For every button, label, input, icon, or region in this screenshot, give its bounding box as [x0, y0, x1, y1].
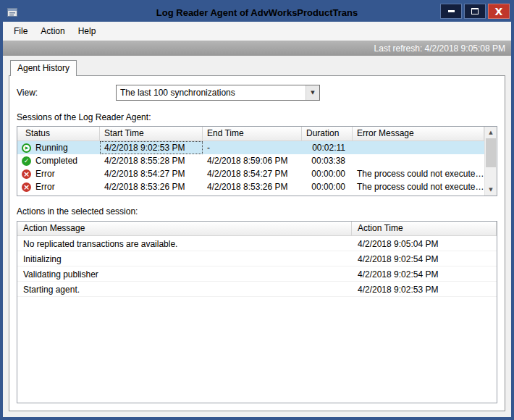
tab-agent-history[interactable]: Agent History [10, 60, 77, 76]
titlebar: Log Reader Agent of AdvWorksProductTrans… [3, 3, 511, 22]
session-row[interactable]: Completed 4/2/2018 8:55:28 PM 4/2/2018 8… [17, 154, 484, 167]
actions-caption: Actions in the selected session: [17, 206, 497, 217]
session-status-text: Running [35, 141, 68, 154]
menu-help[interactable]: Help [72, 23, 103, 39]
action-row[interactable]: Initializing 4/2/2018 9:02:54 PM [17, 251, 497, 266]
minimize-button[interactable] [440, 4, 462, 19]
sessions-caption: Sessions of the Log Reader Agent: [17, 112, 497, 122]
session-status-text: Error [35, 180, 55, 193]
session-error-message [353, 154, 484, 167]
session-start-time: 4/2/2018 8:55:28 PM [100, 154, 203, 167]
error-icon [22, 169, 31, 179]
session-end-time: 4/2/2018 8:54:27 PM [203, 167, 302, 180]
agent-history-panel: View: The last 100 synchronizations ▼ Se… [9, 75, 505, 411]
view-dropdown-value: The last 100 synchronizations [120, 88, 235, 98]
session-error-message [353, 141, 484, 154]
session-status-text: Error [35, 167, 55, 180]
error-icon [22, 182, 31, 192]
column-header-start-time[interactable]: Start Time [100, 127, 203, 140]
session-end-time: 4/2/2018 8:53:26 PM [203, 180, 302, 193]
session-status-cell: Error [17, 180, 100, 193]
scrollbar-thumb[interactable] [486, 138, 496, 167]
session-status-text: Completed [35, 154, 77, 167]
scroll-down-icon[interactable]: ▼ [485, 184, 497, 196]
action-row[interactable]: Starting agent. 4/2/2018 9:02:53 PM [17, 282, 497, 297]
column-header-error-message[interactable]: Error Message [353, 127, 484, 140]
refresh-status-bar: Last refresh: 4/2/2018 9:05:08 PM [3, 41, 511, 56]
column-header-action-time[interactable]: Action Time [352, 222, 497, 235]
session-end-time: 4/2/2018 8:59:06 PM [203, 154, 302, 167]
session-start-time: 4/2/2018 8:53:26 PM [100, 180, 203, 193]
scroll-up-icon[interactable]: ▲ [485, 127, 497, 138]
session-start-time: 4/2/2018 9:02:53 PM [100, 141, 203, 154]
maximize-icon [471, 8, 479, 14]
action-time: 4/2/2018 9:02:54 PM [352, 267, 497, 280]
session-row[interactable]: Error 4/2/2018 8:54:27 PM 4/2/2018 8:54:… [17, 167, 484, 180]
column-header-duration[interactable]: Duration [302, 127, 353, 140]
sessions-header-row: Status Start Time End Time Duration Erro… [17, 127, 484, 141]
close-button[interactable]: X [488, 4, 510, 19]
view-dropdown[interactable]: The last 100 synchronizations ▼ [116, 85, 320, 101]
view-label: View: [17, 88, 116, 98]
column-header-status[interactable]: Status [17, 127, 100, 140]
action-time: 4/2/2018 9:02:54 PM [352, 252, 497, 265]
chevron-down-icon[interactable]: ▼ [306, 85, 319, 100]
last-refresh-text: Last refresh: 4/2/2018 9:05:08 PM [374, 43, 505, 54]
view-row: View: The last 100 synchronizations ▼ [17, 85, 497, 101]
column-header-action-message[interactable]: Action Message [17, 222, 352, 235]
action-row[interactable]: No replicated transactions are available… [17, 236, 497, 251]
caption-buttons: X [440, 4, 510, 19]
actions-header-row: Action Message Action Time [17, 222, 497, 236]
close-icon: X [495, 7, 503, 17]
action-time: 4/2/2018 9:02:53 PM [352, 282, 497, 295]
session-status-cell: Completed [17, 154, 100, 167]
sessions-grid: Status Start Time End Time Duration Erro… [17, 127, 484, 196]
menu-bar: File Action Help [3, 22, 511, 41]
window-title: Log Reader Agent of AdvWorksProductTrans [3, 7, 511, 18]
sessions-table: Status Start Time End Time Duration Erro… [17, 126, 497, 196]
completed-icon [22, 156, 31, 166]
tab-strip: Agent History [9, 60, 505, 75]
menu-action[interactable]: Action [34, 23, 71, 39]
action-message: Starting agent. [17, 282, 352, 295]
session-duration: 00:00:00 [302, 180, 353, 193]
action-message: Validating publisher [17, 267, 352, 280]
session-error-message: The process could not execute '... [353, 167, 484, 180]
running-icon [22, 143, 31, 153]
action-time: 4/2/2018 9:05:04 PM [352, 237, 497, 250]
content-area: Agent History View: The last 100 synchro… [3, 56, 511, 417]
session-duration: 00:03:38 [302, 154, 353, 167]
log-reader-agent-window: Log Reader Agent of AdvWorksProductTrans… [0, 0, 514, 420]
session-status-cell: Error [17, 167, 100, 180]
session-status-cell: Running [17, 141, 100, 154]
session-duration: 00:00:00 [302, 167, 353, 180]
action-message: No replicated transactions are available… [17, 237, 352, 250]
action-message: Initializing [17, 252, 352, 265]
column-header-end-time[interactable]: End Time [203, 127, 302, 140]
system-menu-icon[interactable] [6, 7, 19, 18]
action-row[interactable]: Validating publisher 4/2/2018 9:02:54 PM [17, 266, 497, 282]
menu-file[interactable]: File [7, 23, 34, 39]
session-end-time: - [203, 141, 302, 154]
actions-table: Action Message Action Time No replicated… [17, 221, 497, 403]
session-row[interactable]: Error 4/2/2018 8:53:26 PM 4/2/2018 8:53:… [17, 180, 484, 193]
session-duration: 00:02:11 [302, 141, 353, 154]
maximize-button[interactable] [464, 4, 486, 19]
session-error-message: The process could not execute '... [353, 180, 484, 193]
sessions-scrollbar[interactable]: ▲ ▼ [484, 127, 497, 196]
session-row[interactable]: Running 4/2/2018 9:02:53 PM - 00:02:11 [17, 141, 484, 154]
session-start-time: 4/2/2018 8:54:27 PM [100, 167, 203, 180]
minimize-icon [448, 10, 455, 12]
